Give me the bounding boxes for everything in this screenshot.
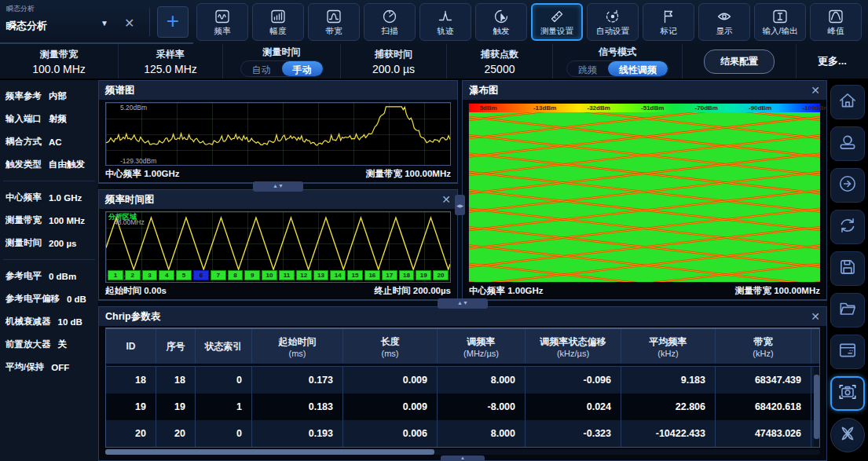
- bottom-splitter[interactable]: ▲: [99, 455, 826, 460]
- add-mode-button[interactable]: +: [157, 6, 189, 38]
- result-config-button[interactable]: 结果配置: [704, 49, 775, 74]
- toolbar-button-marker[interactable]: 标记: [643, 3, 694, 41]
- sidebar-item[interactable]: 参考电平偏移0 dB: [0, 287, 98, 310]
- chirp-segment-4[interactable]: 4: [159, 270, 174, 280]
- toggle-option[interactable]: 跳频: [567, 61, 608, 76]
- settings-value[interactable]: 25000: [485, 63, 515, 75]
- table-vertical-scrollbar[interactable]: [814, 367, 819, 447]
- chirp-segment-17[interactable]: 17: [382, 270, 397, 280]
- chirp-segment-5[interactable]: 5: [176, 270, 192, 280]
- chirp-segment-1[interactable]: 1: [108, 270, 123, 280]
- table-vscroll-thumb[interactable]: [814, 375, 819, 439]
- chirp-segment-3[interactable]: 3: [142, 270, 158, 280]
- horizontal-splitter-2[interactable]: ▲▼: [98, 300, 827, 306]
- chirp-segment-13[interactable]: 13: [313, 270, 329, 280]
- chirp-segment-16[interactable]: 16: [364, 270, 380, 280]
- table-header-cell[interactable]: 调频率状态偏移(kHz/µs): [526, 329, 621, 364]
- chirp-segment-20[interactable]: 20: [433, 270, 449, 280]
- toolbar-button-trace[interactable]: 轨迹: [419, 3, 471, 41]
- table-header-cell[interactable]: FI: [811, 329, 820, 364]
- sidebar-item[interactable]: 频率参考内部: [0, 85, 98, 108]
- table-header-cell[interactable]: 带宽(kHz): [716, 329, 811, 364]
- splitter-handle-icon[interactable]: ▲▼: [438, 298, 488, 309]
- sidebar-item[interactable]: 机械衰减器10 dB: [0, 310, 98, 333]
- mode-dropdown-caret-icon[interactable]: ▼: [101, 19, 108, 27]
- rail-button-refresh[interactable]: [830, 210, 865, 244]
- chirp-segment-11[interactable]: 11: [279, 270, 295, 280]
- waterfall-plot[interactable]: 5dBm-13dBm-32dBm-51dBm-70dBm-90dBm-109dB…: [468, 103, 821, 283]
- table-horizontal-scrollbar[interactable]: [105, 449, 820, 455]
- rail-button-preset[interactable]: [830, 126, 865, 161]
- toolbar-button-auto-setup[interactable]: 自动设置: [587, 3, 639, 41]
- chirp-segment-14[interactable]: 14: [330, 270, 346, 280]
- horizontal-splitter-1[interactable]: ▲▼: [98, 183, 458, 189]
- rail-button-window[interactable]: [830, 335, 865, 369]
- freqtime-close-icon[interactable]: ✕: [441, 193, 451, 206]
- chirp-segment-18[interactable]: 18: [399, 270, 415, 280]
- chirp-segment-15[interactable]: 15: [347, 270, 363, 280]
- sidebar-item[interactable]: 参考电平0 dBm: [0, 265, 98, 287]
- chirp-segment-6[interactable]: 6: [193, 270, 209, 280]
- sidebar-item[interactable]: 中心频率1.0 GHz: [0, 186, 98, 209]
- sidebar-item[interactable]: 输入端口射频: [0, 108, 98, 130]
- waterfall-close-icon[interactable]: ✕: [811, 84, 820, 97]
- chirp-segment-19[interactable]: 19: [416, 270, 431, 280]
- chirp-segment-8[interactable]: 8: [228, 270, 244, 280]
- toolbar-button-display[interactable]: 显示: [698, 3, 750, 41]
- chirp-segment-7[interactable]: 7: [211, 270, 226, 280]
- chirp-segment-10[interactable]: 10: [262, 270, 277, 280]
- table-hscroll-thumb[interactable]: [105, 449, 434, 455]
- toggle-option[interactable]: 自动: [241, 61, 282, 76]
- sidebar-item[interactable]: 耦合方式AC: [0, 130, 98, 153]
- chirp-table-close-icon[interactable]: ✕: [811, 310, 820, 323]
- sidebar-item[interactable]: 前置放大器关: [0, 333, 98, 356]
- rail-button-screenshot[interactable]: [830, 376, 865, 411]
- toolbar-button-measure-setup[interactable]: 测量设置: [531, 3, 583, 41]
- rail-button-forward[interactable]: [830, 168, 865, 203]
- vertical-splitter[interactable]: ◀▶: [458, 80, 462, 300]
- table-header-cell[interactable]: 平均频率(kHz): [621, 329, 716, 364]
- table-row[interactable]: 181800.1730.0098.000-0.0969.18368347.439: [106, 367, 819, 393]
- table-header-cell[interactable]: 序号: [156, 329, 196, 364]
- toolbar-button-label: 输入/输出: [763, 26, 798, 37]
- toolbar-button-bandwidth[interactable]: 带宽: [308, 3, 360, 41]
- chirp-segment-12[interactable]: 12: [296, 270, 312, 280]
- vertical-splitter-handle-icon[interactable]: ◀▶: [455, 195, 465, 215]
- table-header-cell[interactable]: ID: [106, 329, 156, 364]
- mode-tab[interactable]: 瞬态分析 瞬态分析 ▼ ✕ +: [0, 0, 193, 44]
- table-header-cell[interactable]: 起始时间(ms): [252, 329, 343, 364]
- settings-value[interactable]: 100.0 MHz: [32, 63, 86, 75]
- rail-button-save[interactable]: [830, 251, 865, 286]
- toolbar-button-trigger[interactable]: 触发: [475, 3, 527, 41]
- toolbar-button-io[interactable]: 输入/输出: [754, 3, 806, 41]
- spectrum-plot[interactable]: 5.20dBm -129.30dBm: [105, 102, 451, 166]
- sidebar-item[interactable]: 测量时间200 µs: [0, 232, 98, 254]
- freqtime-plot[interactable]: 分析区域 48.00MHz -52.01MHz 1234567891011121…: [105, 211, 451, 283]
- toolbar-button-sweep[interactable]: 扫描: [364, 3, 416, 41]
- splitter-handle-icon[interactable]: ▲▼: [253, 181, 303, 192]
- toolbar-button-frequency[interactable]: 频率: [196, 3, 248, 41]
- mode-close-icon[interactable]: ✕: [124, 16, 134, 31]
- table-header-cell[interactable]: 状态索引: [196, 329, 252, 364]
- sidebar-item[interactable]: 触发类型自由触发: [0, 153, 98, 176]
- settings-value[interactable]: 200.0 µs: [372, 63, 415, 75]
- toggle-option[interactable]: 手动: [282, 61, 323, 76]
- chirp-table[interactable]: ID序号状态索引起始时间(ms)长度(ms)调频率(MHz/µs)调频率状态偏移…: [105, 327, 820, 448]
- table-row[interactable]: 202000.1930.0068.000-0.323-10422.4334748…: [106, 420, 819, 447]
- toggle-option[interactable]: 线性调频: [608, 61, 668, 76]
- settings-value[interactable]: 125.0 MHz: [144, 63, 197, 75]
- toolbar-button-amplitude[interactable]: 幅度: [252, 3, 304, 41]
- chirp-segment-2[interactable]: 2: [125, 270, 141, 280]
- bottom-splitter-handle-icon[interactable]: ▲: [441, 456, 485, 461]
- rail-button-open-folder[interactable]: [830, 293, 865, 327]
- table-header-cell[interactable]: 长度(ms): [343, 329, 438, 364]
- table-header-cell[interactable]: 调频率(MHz/µs): [438, 329, 526, 364]
- sidebar-item[interactable]: 测量带宽100 MHz: [0, 209, 98, 232]
- more-button[interactable]: 更多...: [818, 54, 847, 68]
- chirp-segment-9[interactable]: 9: [244, 270, 260, 280]
- sidebar-item[interactable]: 平均/保持OFF: [0, 356, 98, 379]
- rail-button-brand-logo[interactable]: [830, 418, 865, 452]
- table-row[interactable]: 191910.1830.009-8.0000.02422.80668420.61…: [106, 393, 819, 420]
- toolbar-button-peak[interactable]: 峰值: [810, 3, 862, 41]
- rail-button-home[interactable]: [830, 85, 865, 119]
